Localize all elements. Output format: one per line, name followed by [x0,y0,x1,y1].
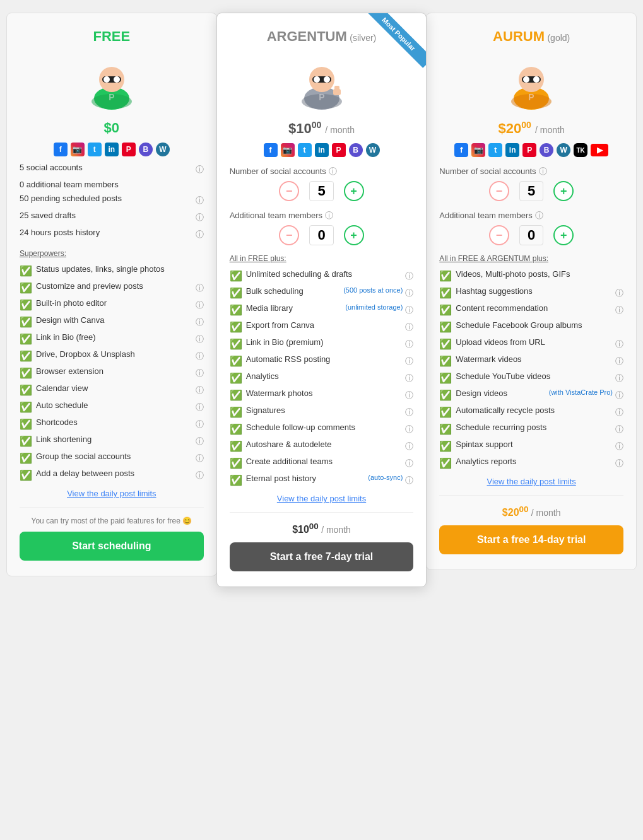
gold-accounts-counter: Number of social accounts ⓘ − 5 + [439,165,623,201]
info-icon[interactable]: ⓘ [615,288,623,299]
gold-pi-icon: P [522,143,536,157]
silver-feature-2: ✅ Bulk scheduling (500 posts at once) ⓘ [230,286,414,299]
gold-accounts-decrement[interactable]: − [489,181,509,201]
info-icon[interactable]: ⓘ [196,300,204,311]
check-icon: ✅ [20,265,32,277]
info-icon[interactable]: ⓘ [325,210,333,221]
info-icon[interactable]: ⓘ [196,402,204,413]
free-cta-button[interactable]: Start scheduling [20,532,204,561]
gold-wp-icon: W [557,143,570,157]
info-icon[interactable]: ⓘ [405,407,413,418]
info-icon[interactable]: ⓘ [196,453,204,464]
silver-feature-12: ✅ Create additional teams ⓘ [230,457,414,469]
free-fb-icon: f [54,143,68,156]
info-icon[interactable]: ⓘ [405,356,413,367]
info-icon[interactable]: ⓘ [615,390,623,401]
free-price: $0 [20,120,204,136]
gold-plan-subtitle: (gold) [547,33,570,43]
info-icon[interactable]: ⓘ [329,166,337,177]
info-icon[interactable]: ⓘ [539,166,547,177]
info-icon[interactable]: ⓘ [405,475,413,486]
free-basic-features: 5 social accounts ⓘ 0 additional team me… [20,163,204,240]
gold-price-bottom: $2000 / month [439,505,623,518]
gold-team-decrement[interactable]: − [489,225,509,245]
silver-ig-icon: 📷 [281,143,295,157]
check-icon: ✅ [439,440,452,452]
gold-team-controls: − 0 + [439,225,623,245]
silver-team-increment[interactable]: + [344,225,364,245]
info-icon[interactable]: ⓘ [405,305,413,316]
info-icon[interactable]: ⓘ [196,351,204,362]
free-bl-icon: B [139,143,153,156]
info-icon[interactable]: ⓘ [196,334,204,345]
silver-price-bottom: $1000 / month [230,522,414,535]
gold-team-increment[interactable]: + [553,225,574,245]
free-mascot-svg: P [83,51,140,111]
free-view-limits[interactable]: View the daily post limits [20,489,204,498]
info-icon[interactable]: ⓘ [196,385,204,396]
check-icon: ✅ [230,304,242,316]
check-icon: ✅ [230,406,242,418]
free-basic-feature-4: 25 saved drafts ⓘ [20,211,204,223]
info-icon[interactable]: ⓘ [196,470,204,481]
silver-view-limits[interactable]: View the daily post limits [230,494,414,503]
info-icon[interactable]: ⓘ [405,322,413,333]
free-superpower-7: ✅ Browser extension ⓘ [20,366,204,379]
info-icon[interactable]: ⓘ [405,390,413,401]
info-icon[interactable]: ⓘ [196,164,204,175]
info-icon[interactable]: ⓘ [196,212,204,223]
free-wp-icon: W [156,143,170,156]
gold-cta-button[interactable]: Start a free 14-day trial [439,525,623,554]
info-icon[interactable]: ⓘ [405,424,413,435]
info-icon[interactable]: ⓘ [196,436,204,447]
info-icon[interactable]: ⓘ [405,458,413,469]
check-icon: ✅ [230,474,242,486]
gold-feature-12: ✅ Analytics reports ⓘ [439,457,623,469]
gold-accounts-increment[interactable]: + [553,181,574,201]
info-icon[interactable]: ⓘ [615,458,623,469]
gold-feature-3: ✅ Content recommendation ⓘ [439,303,623,316]
check-icon: ✅ [20,316,32,328]
info-icon[interactable]: ⓘ [405,288,413,299]
info-icon[interactable]: ⓘ [196,368,204,379]
info-icon[interactable]: ⓘ [615,424,623,435]
silver-team-label: Additional team members ⓘ [230,209,414,221]
free-tw-icon: t [88,143,102,156]
silver-accounts-increment[interactable]: + [344,181,364,201]
info-icon[interactable]: ⓘ [196,195,204,206]
info-icon[interactable]: ⓘ [615,356,623,367]
gold-view-limits[interactable]: View the daily post limits [439,477,623,486]
info-icon[interactable]: ⓘ [615,339,623,350]
info-icon[interactable]: ⓘ [535,210,543,221]
silver-cta-button[interactable]: Start a free 7-day trial [230,542,414,571]
info-icon[interactable]: ⓘ [196,317,204,328]
gold-feature-4: ✅ Schedule Facebook Group albums [439,320,623,333]
silver-team-value: 0 [309,225,333,245]
gold-tw-icon: t [488,143,502,157]
pricing-container: FREE P $0 f 📷 t [6,13,637,587]
silver-accounts-decrement[interactable]: − [279,181,299,201]
info-icon[interactable]: ⓘ [196,229,204,240]
info-icon[interactable]: ⓘ [405,373,413,384]
info-icon[interactable]: ⓘ [196,283,204,294]
check-icon: ✅ [439,321,452,333]
check-icon: ✅ [230,423,242,435]
silver-feature-3: ✅ Media library (unlimited storage) ⓘ [230,303,414,316]
info-icon[interactable]: ⓘ [615,441,623,452]
info-icon[interactable]: ⓘ [405,339,413,350]
silver-feature-10: ✅ Schedule follow-up comments ⓘ [230,423,414,435]
info-icon[interactable]: ⓘ [405,441,413,452]
silver-team-decrement[interactable]: − [279,225,299,245]
gold-plan-card: AURUM (gold) P $2000 / month f 📷 t in [426,13,637,570]
check-icon: ✅ [439,355,452,367]
info-icon[interactable]: ⓘ [405,271,413,282]
gold-social-icons: f 📷 t in P B W TK ▶ [439,143,623,157]
info-icon[interactable]: ⓘ [196,419,204,430]
free-superpower-9: ✅ Auto schedule ⓘ [20,400,204,413]
info-icon[interactable]: ⓘ [615,407,623,418]
silver-team-counter: Additional team members ⓘ − 0 + [230,209,414,245]
free-superpower-10: ✅ Shortcodes ⓘ [20,417,204,430]
gold-mascot: P [439,51,623,114]
info-icon[interactable]: ⓘ [615,305,623,316]
info-icon[interactable]: ⓘ [615,373,623,384]
